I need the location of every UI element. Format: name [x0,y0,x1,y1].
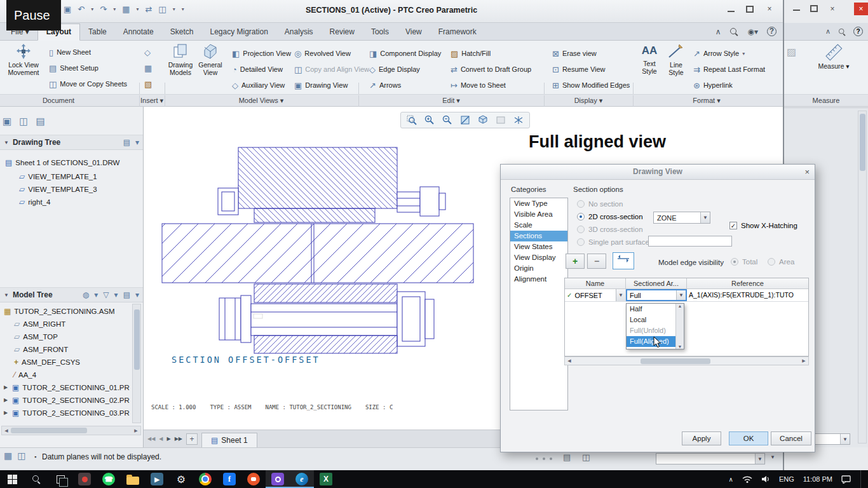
zone-combo[interactable]: ZONE▼ [653,212,710,224]
navigator-toggle-icon[interactable]: ▦ [4,451,12,461]
model-tree-item-part-03[interactable]: ▶ ▣ TUTOR_2_SECTIONING_03.PR [4,407,130,419]
taskbar-search-button[interactable] [24,470,48,488]
model-tree-vertical-scrollbar[interactable] [132,304,141,423]
cancel-button[interactable]: Cancel [771,431,811,445]
auxiliary-view-button[interactable]: ◇Auxiliary View [230,79,287,92]
language-indicator[interactable]: ENG [779,475,794,483]
section-arrows-button[interactable] [613,252,634,269]
next-sheet-icon[interactable]: ▶ [166,436,170,442]
category-scale[interactable]: Scale [510,220,567,231]
last-sheet-icon[interactable]: ▶▶ [175,436,182,442]
taskbar-app-recorder[interactable] [72,470,97,488]
category-visible-area[interactable]: Visible Area [510,209,567,220]
tab-tools[interactable]: Tools [363,24,397,40]
category-view-states[interactable]: View States [510,241,567,252]
insert-image-button[interactable]: ▧ [142,78,154,90]
scroll-right-icon[interactable]: ▶ [132,428,140,433]
model-display-icon[interactable]: ◉▾ [747,28,758,36]
tab-sketch[interactable]: Sketch [162,24,202,40]
radio-2d-cross-section[interactable]: 2D cross-section [577,213,643,220]
general-view-button[interactable]: General View [196,43,224,76]
search-icon[interactable] [729,27,738,36]
model-tree-filter-dropdown-icon[interactable]: ▾ [114,290,118,299]
model-tree-show-icon[interactable]: ◍ [83,290,89,299]
zoom-in-icon[interactable] [422,114,437,126]
dropdown-option-local[interactable]: Local [627,315,675,325]
apply-button[interactable]: Apply [682,431,721,445]
radio-single-part-surface[interactable]: Single part surface [577,238,649,246]
zoom-region-icon[interactable] [404,114,419,126]
scroll-left-icon[interactable]: ◀ [565,358,574,363]
refit-icon[interactable] [458,114,473,126]
help-icon[interactable]: ? [767,27,776,36]
category-view-display[interactable]: View Display [510,252,567,263]
taskbar-app-chat[interactable] [241,470,266,488]
add-section-button[interactable]: + [566,254,585,269]
dropdown-scrollbar[interactable]: ▲ ▼ [675,304,684,349]
minimize-ribbon-icon[interactable]: ∧ [825,27,831,36]
ok-button[interactable]: OK [729,431,768,445]
export-icon[interactable]: ◫ [582,452,590,462]
hatch-fill-button[interactable]: ▨Hatch/Fill [449,47,492,60]
drawing-tree-item-view-template-3[interactable]: ▱ VIEW_TEMPLATE_3 [19,183,97,195]
scroll-left-icon[interactable]: ◀ [2,428,11,433]
sheet-setup-button[interactable]: ▤Sheet Setup [47,62,100,74]
convert-draft-group-button[interactable]: ⇄Convert to Draft Group [449,63,533,76]
tab-review[interactable]: Review [322,24,363,40]
display-style-icon[interactable] [493,114,508,126]
tab-annotate[interactable]: Annotate [115,24,162,40]
saved-orientations-icon[interactable] [475,114,491,126]
move-copy-sheets-button[interactable]: ◫Move or Copy Sheets [47,78,129,90]
expand-icon[interactable]: ▶ [4,384,9,390]
model-tree-item-asm-top[interactable]: ▱ ASM_TOP [14,330,58,342]
radio-edge-total[interactable]: Total [731,258,757,266]
drawing-tree-settings-icon[interactable]: ▤ [123,138,130,147]
zoom-out-icon[interactable] [440,114,455,126]
print-icon[interactable]: ▤ [563,452,571,462]
minimize-icon[interactable] [728,6,735,12]
volume-icon[interactable] [761,475,770,483]
dropdown-option-full-unfold[interactable]: Full(Unfold) [627,325,675,336]
group-label-model-views[interactable]: Model Views ▾ [239,97,284,105]
table-horizontal-scrollbar[interactable]: ◀ ▶ [564,356,809,365]
scrollbar-thumb[interactable] [134,309,140,370]
background-vertical-scrollbar[interactable] [858,111,867,444]
dropdown-option-half[interactable]: Half [627,304,675,315]
first-sheet-icon[interactable]: ◀◀ [147,436,155,442]
single-part-surface-field[interactable] [648,236,732,247]
drawing-tree-header[interactable]: ▼ Drawing Tree ▤▾ [0,135,143,150]
edge-display-button[interactable]: ◇Edge Display [367,63,422,76]
restore-icon[interactable] [746,6,754,13]
datum-display-filters-icon[interactable] [511,114,526,126]
scroll-right-icon[interactable]: ▶ [799,358,808,363]
show-xhatching-checkbox[interactable]: ✓ Show X-Hatching [729,222,797,229]
favorites-icon[interactable]: ▤ [36,116,44,127]
projection-view-button[interactable]: ◧Projection View [230,47,293,60]
chevron-down-icon[interactable]: ▼ [840,434,850,444]
sheet-tab[interactable]: ▤ Sheet 1 [201,433,257,448]
folder-browser-icon[interactable]: ◫ [19,116,28,127]
recorder-close-icon[interactable]: × [854,3,868,15]
taskbar-app-edge[interactable]: e [290,470,314,488]
insert-sketch-button[interactable]: ◇ [142,46,153,58]
text-style-button[interactable]: AA Text Style [637,43,662,75]
drawing-tree-item-right-4[interactable]: ▱ right_4 [19,196,50,208]
taskbar-app-excel[interactable]: X [314,470,338,488]
model-tree-item-part-02[interactable]: ▶ ▣ TUTOR_2_SECTIONING_02.PR [4,394,130,406]
chevron-down-icon[interactable]: ▼ [616,289,625,301]
copy-align-view-button[interactable]: ◫Copy and Align View [292,63,371,76]
close-icon[interactable]: × [828,5,837,13]
arrow-style-button[interactable]: ↗Arrow Style▾ [691,47,747,60]
column-reference[interactable]: Reference [687,278,808,288]
resume-view-button[interactable]: ⊡Resume View [550,63,607,76]
repeat-last-format-button[interactable]: ⇉Repeat Last Format [691,63,767,76]
model-tree-settings-icon[interactable]: ▤ [123,290,130,299]
drawing-tree-settings-dropdown-icon[interactable]: ▾ [135,138,139,147]
drawing-models-button[interactable]: Drawing Models [166,43,194,76]
collapse-model-tree-icon[interactable]: ▼ [4,292,9,298]
filter-combo[interactable]: ▼ [656,453,765,464]
category-origin[interactable]: Origin [510,263,567,274]
add-sheet-button[interactable]: + [186,433,198,445]
drawing-tree-item-view-template-1[interactable]: ▱ VIEW_TEMPLATE_1 [19,170,97,182]
category-alignment[interactable]: Alignment [510,274,567,285]
